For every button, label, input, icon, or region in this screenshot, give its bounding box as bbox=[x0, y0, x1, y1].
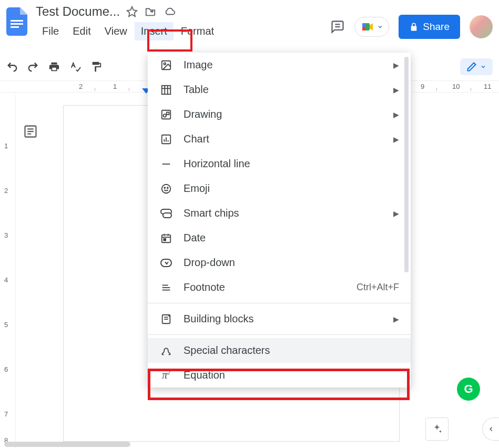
undo-icon[interactable] bbox=[6, 61, 18, 73]
spellcheck-icon[interactable] bbox=[69, 61, 81, 73]
svg-rect-30 bbox=[163, 213, 171, 218]
menu-item-horizontal-line[interactable]: Horizontal line bbox=[148, 151, 411, 176]
cloud-saved-icon[interactable] bbox=[163, 6, 177, 17]
menu-item-label: Chart bbox=[184, 133, 209, 145]
vruler-number: 7 bbox=[4, 410, 8, 418]
vruler-number: 4 bbox=[4, 276, 8, 284]
sparkle-fab-icon[interactable] bbox=[425, 418, 449, 441]
menu-item-emoji[interactable]: Emoji bbox=[148, 176, 411, 201]
drawing-icon bbox=[159, 109, 173, 120]
print-icon[interactable] bbox=[48, 61, 60, 73]
submenu-arrow-icon: ▶ bbox=[393, 61, 399, 69]
chevron-down-icon bbox=[377, 24, 383, 30]
horizontal-scrollbar[interactable] bbox=[4, 442, 130, 447]
chevron-down-icon bbox=[480, 64, 486, 70]
menu-edit[interactable]: Edit bbox=[66, 22, 97, 40]
menu-format[interactable]: Format bbox=[175, 22, 220, 40]
menu-item-date[interactable]: Date bbox=[148, 226, 411, 250]
footnote-icon bbox=[159, 282, 173, 293]
submenu-arrow-icon: ▶ bbox=[393, 86, 399, 94]
document-outline-icon[interactable] bbox=[23, 124, 38, 139]
menu-item-chart[interactable]: Chart ▶ bbox=[148, 127, 411, 151]
menu-item-label: Drawing bbox=[184, 108, 222, 120]
vruler-number: 5 bbox=[4, 321, 8, 329]
vertical-ruler[interactable]: 1 2 3 4 5 6 7 8 bbox=[0, 95, 16, 448]
svg-rect-6 bbox=[362, 23, 366, 27]
ruler-number: 9 bbox=[421, 83, 424, 90]
title-area: Test Docume... File Edit View Insert For… bbox=[36, 4, 220, 40]
grammarly-fab-icon[interactable]: G bbox=[457, 378, 480, 401]
menu-item-table[interactable]: Table ▶ bbox=[148, 77, 411, 102]
submenu-arrow-icon: ▶ bbox=[393, 315, 399, 323]
star-icon[interactable] bbox=[126, 6, 138, 17]
svg-point-19 bbox=[164, 114, 167, 117]
document-title[interactable]: Test Docume... bbox=[36, 4, 120, 19]
docs-logo-icon[interactable] bbox=[6, 7, 27, 36]
menu-item-label: Date bbox=[184, 232, 206, 244]
menu-file[interactable]: File bbox=[36, 22, 65, 40]
menu-item-label: Drop-down bbox=[184, 257, 235, 269]
svg-point-28 bbox=[167, 187, 168, 188]
chart-icon bbox=[159, 134, 173, 145]
smart-chips-icon bbox=[159, 208, 173, 219]
menu-item-equation[interactable]: π2 Equation bbox=[148, 363, 411, 388]
menu-item-drawing[interactable]: Drawing ▶ bbox=[148, 102, 411, 127]
menu-view[interactable]: View bbox=[98, 22, 134, 40]
vruler-number: 3 bbox=[4, 231, 8, 239]
menu-insert[interactable]: Insert bbox=[135, 22, 174, 40]
meet-button[interactable] bbox=[354, 17, 389, 37]
explore-fab-icon[interactable] bbox=[482, 418, 499, 441]
submenu-arrow-icon: ▶ bbox=[393, 209, 399, 218]
menu-item-label: Image bbox=[184, 59, 213, 71]
insert-dropdown-menu: Image ▶ Table ▶ Drawing ▶ Chart ▶ Horizo… bbox=[148, 53, 411, 388]
svg-point-26 bbox=[162, 184, 171, 193]
menu-item-smart-chips[interactable]: Smart chips ▶ bbox=[148, 201, 411, 226]
menu-item-special-characters[interactable]: Special characters bbox=[148, 338, 411, 363]
svg-point-27 bbox=[164, 187, 165, 188]
emoji-icon bbox=[159, 183, 173, 195]
menu-item-footnote[interactable]: Footnote Ctrl+Alt+F bbox=[148, 275, 411, 300]
lock-icon bbox=[409, 22, 419, 32]
omega-icon bbox=[159, 345, 173, 357]
menu-item-label: Footnote bbox=[184, 281, 225, 293]
vruler-number: 2 bbox=[4, 187, 8, 195]
table-icon bbox=[159, 84, 173, 96]
app-header: Test Docume... File Edit View Insert For… bbox=[0, 0, 499, 53]
ruler-number: 1 bbox=[113, 83, 117, 90]
menu-item-label: Building blocks bbox=[184, 313, 253, 325]
menu-item-label: Special characters bbox=[184, 344, 270, 357]
svg-rect-35 bbox=[164, 238, 166, 240]
header-right: Share bbox=[330, 4, 493, 39]
menu-shortcut: Ctrl+Alt+F bbox=[357, 282, 399, 293]
menu-item-image[interactable]: Image ▶ bbox=[148, 53, 411, 77]
editing-mode-button[interactable] bbox=[460, 58, 493, 75]
ruler-number: 10 bbox=[452, 83, 460, 90]
vruler-number: 6 bbox=[4, 365, 8, 373]
paint-format-icon[interactable] bbox=[90, 61, 102, 73]
calendar-icon bbox=[159, 232, 173, 244]
menu-separator bbox=[148, 334, 411, 335]
svg-rect-1 bbox=[11, 23, 23, 25]
dropdown-chip-icon bbox=[159, 258, 173, 268]
building-blocks-icon bbox=[159, 313, 173, 325]
svg-rect-7 bbox=[362, 27, 366, 30]
redo-icon[interactable] bbox=[27, 61, 39, 73]
menu-item-label: Emoji bbox=[184, 182, 210, 195]
menu-item-label: Horizontal line bbox=[184, 158, 250, 170]
move-icon[interactable] bbox=[144, 6, 157, 17]
share-button[interactable]: Share bbox=[399, 15, 460, 39]
pencil-icon bbox=[466, 62, 477, 72]
equation-icon: π2 bbox=[159, 369, 173, 381]
svg-rect-2 bbox=[11, 26, 19, 28]
menu-item-label: Table bbox=[184, 84, 209, 96]
menu-item-dropdown[interactable]: Drop-down bbox=[148, 250, 411, 275]
svg-rect-0 bbox=[11, 20, 23, 22]
svg-point-13 bbox=[164, 63, 166, 65]
ruler-number: 11 bbox=[484, 83, 491, 90]
ruler-number: 2 bbox=[79, 83, 83, 90]
submenu-arrow-icon: ▶ bbox=[393, 135, 399, 144]
menubar: File Edit View Insert Format bbox=[36, 22, 220, 40]
comment-history-icon[interactable] bbox=[330, 19, 345, 34]
account-avatar[interactable] bbox=[470, 15, 493, 38]
menu-item-building-blocks[interactable]: Building blocks ▶ bbox=[148, 307, 411, 331]
